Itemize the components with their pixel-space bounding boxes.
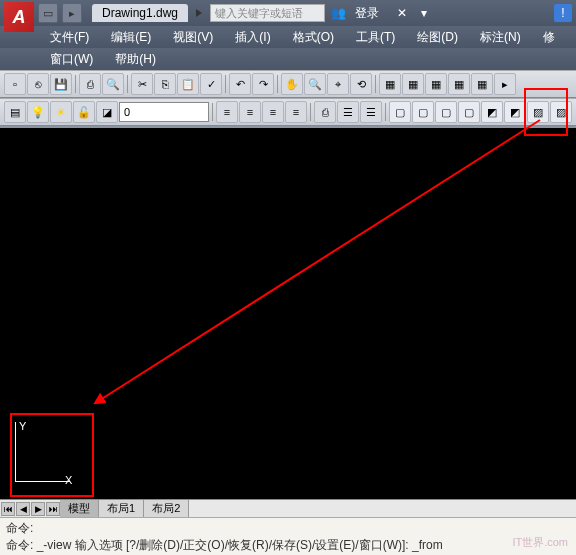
tab-nav-prev-icon[interactable]: ◀ xyxy=(16,502,30,516)
layer-freeze-icon[interactable]: ☀ xyxy=(50,101,72,123)
exchange-icon[interactable]: ✕ xyxy=(393,4,411,22)
layer-iso-icon[interactable]: ≡ xyxy=(216,101,238,123)
separator xyxy=(277,75,278,93)
menu-bar: 文件(F) 编辑(E) 视图(V) 插入(I) 格式(O) 工具(T) 绘图(D… xyxy=(0,26,576,48)
menu-dim[interactable]: 标注(N) xyxy=(470,27,531,48)
undo-icon[interactable]: ↶ xyxy=(229,73,251,95)
redo-icon[interactable]: ↷ xyxy=(252,73,274,95)
layer-prop-icon[interactable]: ▤ xyxy=(4,101,26,123)
signin-icon[interactable]: 👥 xyxy=(329,4,347,22)
view-sw-icon[interactable]: ▨ xyxy=(527,101,549,123)
tp-icon[interactable]: ▦ xyxy=(425,73,447,95)
ucs-x-label: X xyxy=(65,474,72,486)
qat-open-icon[interactable]: ▸ xyxy=(62,3,82,23)
view-left-icon[interactable]: ▢ xyxy=(435,101,457,123)
view-bottom-icon[interactable]: ▢ xyxy=(412,101,434,123)
menu-tools[interactable]: 工具(T) xyxy=(346,27,405,48)
calc-icon[interactable]: ▸ xyxy=(494,73,516,95)
watermark: IT世界.com xyxy=(512,535,568,550)
app-logo-icon[interactable]: A xyxy=(4,2,34,32)
view1-icon[interactable]: ☰ xyxy=(337,101,359,123)
play-icon xyxy=(196,9,202,17)
cut-icon[interactable]: ✂ xyxy=(131,73,153,95)
toolbar-layers-views: ▤ 💡 ☀ 🔓 ◪ 0 ≡ ≡ ≡ ≡ ⎙ ☰ ☰ ▢ ▢ ▢ ▢ ◩ ◩ ▨ … xyxy=(0,98,576,126)
layout-tabs: ⏮ ◀ ▶ ⏭ 模型 布局1 布局2 xyxy=(0,499,576,517)
login-button[interactable]: 登录 xyxy=(355,5,379,22)
menu-mod[interactable]: 修 xyxy=(533,27,565,48)
separator xyxy=(75,75,76,93)
menu-window[interactable]: 窗口(W) xyxy=(40,49,103,70)
markup-icon[interactable]: ▦ xyxy=(471,73,493,95)
view-front-icon[interactable]: ◩ xyxy=(481,101,503,123)
view2-icon[interactable]: ☰ xyxy=(360,101,382,123)
menu-file[interactable]: 文件(F) xyxy=(40,27,99,48)
tab-nav-next-icon[interactable]: ▶ xyxy=(31,502,45,516)
new-icon[interactable]: ▫ xyxy=(4,73,26,95)
tab-layout2[interactable]: 布局2 xyxy=(144,500,189,517)
layer-color-icon[interactable]: ◪ xyxy=(96,101,118,123)
separator xyxy=(385,103,386,121)
layer-on-icon[interactable]: 💡 xyxy=(27,101,49,123)
help-dropdown-icon[interactable]: ▾ xyxy=(415,4,433,22)
print-icon[interactable]: ⎙ xyxy=(79,73,101,95)
zoom-icon[interactable]: 🔍 xyxy=(304,73,326,95)
save-icon[interactable]: 💾 xyxy=(50,73,72,95)
ucs-y-label: Y xyxy=(19,420,26,432)
zoom-prev-icon[interactable]: ⟲ xyxy=(350,73,372,95)
tab-nav-first-icon[interactable]: ⏮ xyxy=(1,502,15,516)
qat-new-icon[interactable]: ▭ xyxy=(38,3,58,23)
separator xyxy=(212,103,213,121)
search-input[interactable]: 键入关键字或短语 xyxy=(210,4,325,22)
dc-icon[interactable]: ▦ xyxy=(402,73,424,95)
view-right-icon[interactable]: ▢ xyxy=(458,101,480,123)
ssm-icon[interactable]: ▦ xyxy=(448,73,470,95)
info-badge-icon[interactable]: ! xyxy=(554,4,572,22)
zoom-win-icon[interactable]: ⌖ xyxy=(327,73,349,95)
separator xyxy=(127,75,128,93)
layer-prev-icon[interactable]: ≡ xyxy=(239,101,261,123)
layer-state-icon[interactable]: ≡ xyxy=(285,101,307,123)
named-view-icon[interactable]: ⎙ xyxy=(314,101,336,123)
cmd-current-line: 命令: _-view 输入选项 [?/删除(D)/正交(O)/恢复(R)/保存(… xyxy=(6,537,570,554)
toolbar-standard: ▫ ⎋ 💾 ⎙ 🔍 ✂ ⎘ 📋 ✓ ↶ ↷ ✋ 🔍 ⌖ ⟲ ▦ ▦ ▦ ▦ ▦ … xyxy=(0,70,576,98)
menu-edit[interactable]: 编辑(E) xyxy=(101,27,161,48)
separator xyxy=(225,75,226,93)
cmd-history-line: 命令: xyxy=(6,520,570,537)
layer-match-icon[interactable]: ≡ xyxy=(262,101,284,123)
props-icon[interactable]: ▦ xyxy=(379,73,401,95)
tab-model[interactable]: 模型 xyxy=(60,500,99,517)
menu-bar-2: 窗口(W) 帮助(H) xyxy=(0,48,576,70)
document-tab[interactable]: Drawing1.dwg xyxy=(92,4,188,22)
view-back-icon[interactable]: ◩ xyxy=(504,101,526,123)
menu-insert[interactable]: 插入(I) xyxy=(225,27,280,48)
view-top-icon[interactable]: ▢ xyxy=(389,101,411,123)
command-line[interactable]: 命令: 命令: _-view 输入选项 [?/删除(D)/正交(O)/恢复(R)… xyxy=(0,517,576,555)
menu-view[interactable]: 视图(V) xyxy=(163,27,223,48)
tab-layout1[interactable]: 布局1 xyxy=(99,500,144,517)
copy-icon[interactable]: ⎘ xyxy=(154,73,176,95)
layer-combo[interactable]: 0 xyxy=(119,102,209,122)
menu-draw[interactable]: 绘图(D) xyxy=(407,27,468,48)
title-bar: A ▭ ▸ Drawing1.dwg 键入关键字或短语 👥 登录 ✕ ▾ ! xyxy=(0,0,576,26)
paste-icon[interactable]: 📋 xyxy=(177,73,199,95)
menu-format[interactable]: 格式(O) xyxy=(283,27,344,48)
view-se-icon[interactable]: ▨ xyxy=(550,101,572,123)
separator xyxy=(310,103,311,121)
preview-icon[interactable]: 🔍 xyxy=(102,73,124,95)
drawing-canvas[interactable]: Y X xyxy=(0,128,576,500)
menu-help[interactable]: 帮助(H) xyxy=(105,49,166,70)
open-icon[interactable]: ⎋ xyxy=(27,73,49,95)
layer-lock-icon[interactable]: 🔓 xyxy=(73,101,95,123)
pan-icon[interactable]: ✋ xyxy=(281,73,303,95)
tab-nav-last-icon[interactable]: ⏭ xyxy=(46,502,60,516)
match-icon[interactable]: ✓ xyxy=(200,73,222,95)
separator xyxy=(375,75,376,93)
